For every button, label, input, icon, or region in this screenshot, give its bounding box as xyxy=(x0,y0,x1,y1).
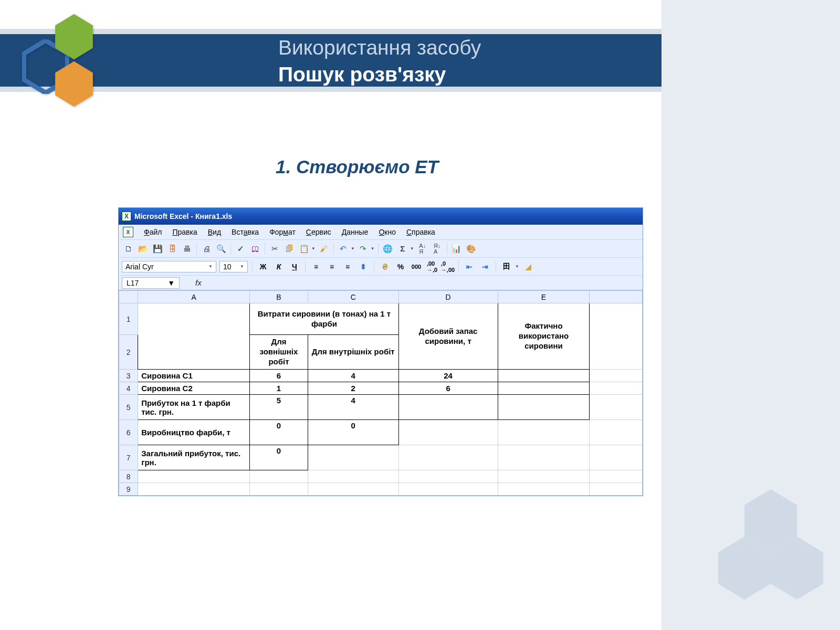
row-5[interactable]: 5 xyxy=(119,395,138,420)
menu-help[interactable]: Справка xyxy=(406,228,435,236)
redo-dropdown-icon[interactable]: ▼ xyxy=(371,246,375,251)
cell-E7[interactable] xyxy=(498,445,590,470)
menu-window[interactable]: Окно xyxy=(379,228,396,236)
cell-F6[interactable] xyxy=(590,420,643,445)
menu-file[interactable]: Файл xyxy=(144,228,162,236)
copy-icon[interactable]: 🗐 xyxy=(283,243,296,255)
cell-D4[interactable]: 6 xyxy=(398,382,498,395)
cell-D5[interactable] xyxy=(398,395,498,420)
borders-dropdown-icon[interactable]: ▼ xyxy=(515,264,519,269)
cell-D3[interactable]: 24 xyxy=(398,370,498,382)
paste-icon[interactable]: 📋 xyxy=(298,243,310,255)
cell-F9[interactable] xyxy=(590,483,643,496)
inc-decimal-icon[interactable]: ,00→,0 xyxy=(426,260,438,273)
row-8[interactable]: 8 xyxy=(119,470,138,483)
cell-A4[interactable]: Сировина С2 xyxy=(138,382,250,395)
merge-center-icon[interactable]: ⬍ xyxy=(357,260,370,273)
cell-C2[interactable]: Для внутрішніх робіт xyxy=(308,335,398,370)
cell-E6[interactable] xyxy=(498,420,590,445)
sort-asc-icon[interactable]: А↓Я xyxy=(416,243,429,255)
autosum-dropdown-icon[interactable]: ▼ xyxy=(410,246,414,251)
borders-icon[interactable]: 田 xyxy=(500,260,513,273)
autosum-icon[interactable]: Σ xyxy=(396,243,409,255)
col-A[interactable]: A xyxy=(138,291,250,303)
print-preview-icon[interactable]: 🖨 xyxy=(200,243,213,255)
cell-C6[interactable]: 0 xyxy=(308,420,398,445)
cell-A8[interactable] xyxy=(138,470,250,483)
row-3[interactable]: 3 xyxy=(119,370,138,382)
dec-decimal-icon[interactable]: ,0→,00 xyxy=(442,260,454,273)
cell-E9[interactable] xyxy=(498,483,590,496)
cell-C3[interactable]: 4 xyxy=(308,370,398,382)
redo-icon[interactable]: ↷ xyxy=(357,243,370,255)
new-icon[interactable]: 🗋 xyxy=(122,243,134,255)
cell-D9[interactable] xyxy=(398,483,498,496)
menu-edit[interactable]: Правка xyxy=(172,228,197,236)
col-C[interactable]: C xyxy=(308,291,398,303)
cell-B8[interactable] xyxy=(250,470,308,483)
menu-data[interactable]: Данные xyxy=(342,228,369,236)
cell-E8[interactable] xyxy=(498,470,590,483)
cell-D7[interactable] xyxy=(398,445,498,470)
cell-B4[interactable]: 1 xyxy=(250,382,308,395)
name-box[interactable]: L17 ▼ xyxy=(122,277,180,289)
cell-F3[interactable] xyxy=(590,370,643,382)
research-icon[interactable]: 🕮 xyxy=(249,243,261,255)
spellcheck-icon[interactable]: ✓ xyxy=(234,243,247,255)
save-icon[interactable]: 💾 xyxy=(151,243,164,255)
col-D[interactable]: D xyxy=(398,291,498,303)
chart-icon[interactable]: 📊 xyxy=(450,243,463,255)
cell-A7[interactable]: Загальний прибуток, тис. грн. xyxy=(138,445,250,470)
col-B[interactable]: B xyxy=(250,291,308,303)
menu-insert[interactable]: Вставка xyxy=(232,228,259,236)
fill-color-icon[interactable]: ◢ xyxy=(522,260,535,273)
undo-icon[interactable]: ↶ xyxy=(337,243,350,255)
menu-view[interactable]: Вид xyxy=(208,228,221,236)
thousands-icon[interactable]: 000 xyxy=(410,260,423,273)
cell-F7[interactable] xyxy=(590,445,643,470)
cell-B3[interactable]: 6 xyxy=(250,370,308,382)
cell-D6[interactable] xyxy=(398,420,498,445)
cell-E4[interactable] xyxy=(498,382,590,395)
cell-D1[interactable]: Добовий запас сировини, т xyxy=(398,303,498,370)
col-E[interactable]: E xyxy=(498,291,590,303)
fx-label[interactable]: fx xyxy=(195,278,202,287)
format-painter-icon[interactable]: 🖌 xyxy=(318,243,330,255)
cell-B7[interactable]: 0 xyxy=(250,445,308,470)
cell-C8[interactable] xyxy=(308,470,398,483)
align-left-icon[interactable]: ≡ xyxy=(310,260,322,273)
open-icon[interactable]: 📂 xyxy=(136,243,149,255)
sort-desc-icon[interactable]: Я↓А xyxy=(431,243,444,255)
cell-C9[interactable] xyxy=(308,483,398,496)
cell-F1[interactable] xyxy=(590,303,643,370)
row-6[interactable]: 6 xyxy=(119,420,138,445)
align-right-icon[interactable]: ≡ xyxy=(341,260,354,273)
cell-A9[interactable] xyxy=(138,483,250,496)
bold-button[interactable]: Ж xyxy=(257,260,269,273)
cell-B5[interactable]: 5 xyxy=(250,395,308,420)
cell-E3[interactable] xyxy=(498,370,590,382)
cell-A1[interactable] xyxy=(138,303,250,370)
cell-C4[interactable]: 2 xyxy=(308,382,398,395)
zoom-icon[interactable]: 🔍 xyxy=(215,243,227,255)
row-7[interactable]: 7 xyxy=(119,445,138,470)
cell-E1[interactable]: Фактично використано сировини xyxy=(498,303,590,370)
undo-dropdown-icon[interactable]: ▼ xyxy=(351,246,355,251)
cell-B1C1[interactable]: Витрати сировини (в тонах) на 1 т фарби xyxy=(250,303,398,335)
cell-E5[interactable] xyxy=(498,395,590,420)
cell-A3[interactable]: Сировина С1 xyxy=(138,370,250,382)
col-F[interactable] xyxy=(590,291,643,303)
font-size-combo[interactable]: 10 ▼ xyxy=(219,261,248,272)
hyperlink-icon[interactable]: 🌐 xyxy=(382,243,394,255)
cell-B2[interactable]: Для зовнішніх робіт xyxy=(250,335,308,370)
cell-D8[interactable] xyxy=(398,470,498,483)
cell-A5[interactable]: Прибуток на 1 т фарби тис. грн. xyxy=(138,395,250,420)
cell-F8[interactable] xyxy=(590,470,643,483)
drawing-icon[interactable]: 🎨 xyxy=(465,243,478,255)
print-icon[interactable]: 🖶 xyxy=(181,243,193,255)
select-all-corner[interactable] xyxy=(119,291,138,303)
menu-format[interactable]: Формат xyxy=(269,228,296,236)
align-center-icon[interactable]: ≡ xyxy=(326,260,338,273)
cell-B6[interactable]: 0 xyxy=(250,420,308,445)
cut-icon[interactable]: ✂ xyxy=(268,243,281,255)
